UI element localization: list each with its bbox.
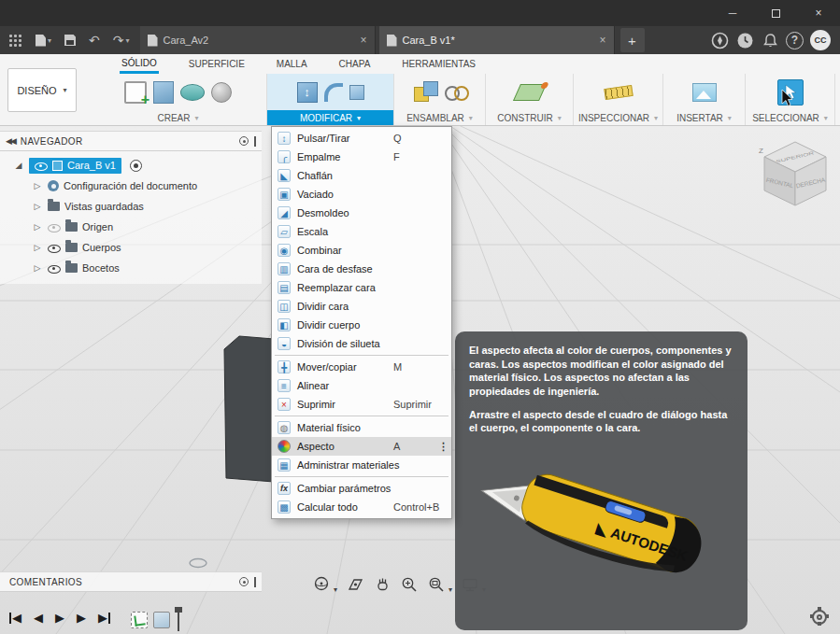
workspace-selector[interactable]: DISEÑO ▾ <box>7 68 77 112</box>
shell-icon[interactable] <box>349 85 364 100</box>
menu-item-mover-copiar[interactable]: ╋Mover/copiarM <box>272 358 451 376</box>
menu-item-material-f-sico[interactable]: ◍Material físico <box>272 418 451 437</box>
measure-icon[interactable] <box>604 84 633 99</box>
document-tab-cara-av2[interactable]: Cara_Av2 × <box>140 26 376 54</box>
zoom-tool[interactable] <box>400 575 419 594</box>
document-tab-cara-b-v1[interactable]: Cara_B v1* × <box>379 26 615 54</box>
expand-arrow-icon[interactable]: ▷ <box>32 222 43 232</box>
ribbon-tab-malla[interactable]: MALLA <box>275 54 309 74</box>
tab-close-icon[interactable]: × <box>599 34 605 47</box>
joint-icon[interactable] <box>445 86 465 99</box>
extensions-icon[interactable] <box>710 31 729 49</box>
timeline-extrude-feature[interactable] <box>153 612 170 628</box>
window-close-button[interactable]: × <box>797 0 840 26</box>
menu-item-administrar-materiales[interactable]: ▦Administrar materiales <box>272 456 451 474</box>
group-label-construir[interactable]: CONSTRUIR▾ <box>486 110 573 125</box>
job-status-icon[interactable] <box>735 31 754 49</box>
expand-arrow-icon[interactable]: ▷ <box>32 243 43 252</box>
app-grid-icon[interactable] <box>9 35 21 47</box>
window-minimize-button[interactable]: ─ <box>711 0 754 26</box>
new-component-icon[interactable] <box>414 81 438 104</box>
extrude-icon[interactable] <box>153 81 174 104</box>
browser-panel-header[interactable]: ◀◀ NAVEGADOR <box>0 131 262 151</box>
pan-tool[interactable] <box>373 575 392 594</box>
visibility-eye-icon[interactable] <box>48 242 61 254</box>
browser-item-bocetos[interactable]: ▷Bocetos <box>0 258 262 278</box>
expand-arrow-icon[interactable]: ◢ <box>13 161 24 170</box>
comments-panel-header[interactable]: COMENTARIOS <box>0 571 262 592</box>
group-label-inspeccionar[interactable]: INSPECCIONAR▾ <box>574 110 662 125</box>
group-label-insertar[interactable]: INSERTAR▾ <box>663 110 745 125</box>
group-label-ensamblar[interactable]: ENSAMBLAR▾ <box>394 110 485 125</box>
press-pull-icon[interactable]: ↕ <box>297 82 318 103</box>
look-at-tool[interactable] <box>346 575 364 594</box>
menu-item-escala[interactable]: ▱Escala <box>272 222 451 241</box>
timeline-position-marker[interactable] <box>178 609 179 631</box>
overflow-menu-icon[interactable]: ⋮ <box>438 441 448 453</box>
undo-button[interactable]: ↶ <box>82 26 107 54</box>
notifications-bell-icon[interactable] <box>761 31 779 49</box>
ribbon-tab-superficie[interactable]: SUPERFICIE <box>187 54 247 74</box>
menu-item-aspecto[interactable]: AspectoA⋮ <box>272 437 451 456</box>
activate-component-radio[interactable] <box>130 160 142 172</box>
menu-item-dividir-cara[interactable]: ◫Dividir cara <box>272 297 451 316</box>
tab-close-icon[interactable]: × <box>360 34 366 47</box>
fillet-icon[interactable] <box>324 83 343 102</box>
visibility-eye-icon[interactable] <box>48 262 61 275</box>
browser-item-origen[interactable]: ▷Origen <box>0 217 262 237</box>
timeline-step-forward-button[interactable]: ▶ <box>77 611 86 625</box>
menu-item-cara-de-desfase[interactable]: ▥Cara de desfase <box>272 260 451 278</box>
window-maximize-button[interactable] <box>754 0 797 26</box>
menu-item-vaciado[interactable]: ▣Vaciado <box>272 185 451 204</box>
menu-item-desmoldeo[interactable]: ◢Desmoldeo <box>272 204 451 222</box>
zoom-window-tool[interactable]: ▾ <box>427 575 452 594</box>
menu-item-reemplazar-cara[interactable]: ▤Reemplazar cara <box>272 278 451 297</box>
menu-item-pulsar-tirar[interactable]: ↕Pulsar/TirarQ <box>272 129 451 148</box>
menu-item-empalme[interactable]: ╭EmpalmeF <box>272 148 451 166</box>
orbit-tool[interactable]: ▾ <box>312 575 337 594</box>
timeline-go-to-end-button[interactable]: ▶ <box>98 611 110 625</box>
ribbon-tab-s-lido[interactable]: SÓLIDO <box>120 54 159 74</box>
visibility-eye-icon[interactable] <box>35 160 48 172</box>
timeline-step-back-button[interactable]: ◀ <box>34 611 43 625</box>
visibility-eye-icon[interactable] <box>48 221 61 233</box>
timeline-go-to-start-button[interactable]: ◀ <box>9 611 21 625</box>
collapse-panel-icon[interactable]: ◀◀ <box>6 136 15 146</box>
primitive-sphere-icon[interactable] <box>211 82 232 103</box>
browser-item-vistas-guardadas[interactable]: ▷Vistas guardadas <box>0 196 262 217</box>
ribbon-tab-herramientas[interactable]: HERRAMIENTAS <box>400 54 477 74</box>
file-menu-button[interactable]: ▾ <box>29 26 58 54</box>
menu-item-calcular-todo[interactable]: ▩Calcular todoControl+B <box>272 498 451 516</box>
menu-item-combinar[interactable]: ◉Combinar <box>272 241 451 260</box>
panel-resize-handle[interactable] <box>254 577 256 587</box>
help-icon[interactable]: ? <box>786 32 804 49</box>
menu-item-alinear[interactable]: ≡Alinear <box>272 376 451 395</box>
browser-item-configuraci-n-del-documento[interactable]: ▷Configuración del documento <box>0 176 262 196</box>
timeline-sketch-feature[interactable] <box>131 612 148 628</box>
new-tab-button[interactable]: + <box>620 28 645 52</box>
revolve-icon[interactable] <box>180 84 205 101</box>
menu-item-cambiar-par-metros[interactable]: fxCambiar parámetros <box>272 479 451 498</box>
timeline-settings-gear-icon[interactable] <box>812 610 827 625</box>
expand-arrow-icon[interactable]: ▷ <box>32 263 43 273</box>
save-button[interactable] <box>58 26 82 54</box>
group-label-seleccionar[interactable]: SELECCIONAR▾ <box>746 110 834 125</box>
group-label-modificar[interactable]: MODIFICAR▾ <box>267 110 393 125</box>
redo-button[interactable]: ↷▾ <box>107 26 136 54</box>
menu-item-suprimir[interactable]: ×SuprimirSuprimir <box>272 395 451 414</box>
construction-plane-icon[interactable] <box>512 84 546 101</box>
selected-highlight[interactable]: Cara_B v1 <box>29 158 121 174</box>
browser-item-cara-b-v1[interactable]: ◢Cara_B v1 <box>0 155 262 176</box>
expand-arrow-icon[interactable]: ▷ <box>32 202 43 211</box>
menu-item-divisi-n-de-silueta[interactable]: ◒División de silueta <box>272 334 451 353</box>
browser-item-cuerpos[interactable]: ▷Cuerpos <box>0 237 262 258</box>
expand-arrow-icon[interactable]: ▷ <box>32 181 43 190</box>
menu-item-chafl-n[interactable]: ◣Chaflán <box>272 166 451 185</box>
timeline-play-button[interactable]: ▶ <box>55 611 64 625</box>
viewcube[interactable]: Z SUPERIOR FRONTAL DERECHA <box>753 133 837 217</box>
panel-display-icon[interactable] <box>239 136 249 146</box>
panel-resize-handle[interactable] <box>254 136 256 147</box>
create-sketch-icon[interactable] <box>124 81 147 104</box>
group-label-crear[interactable]: CREAR▾ <box>90 110 266 125</box>
panel-display-icon[interactable] <box>239 577 249 586</box>
